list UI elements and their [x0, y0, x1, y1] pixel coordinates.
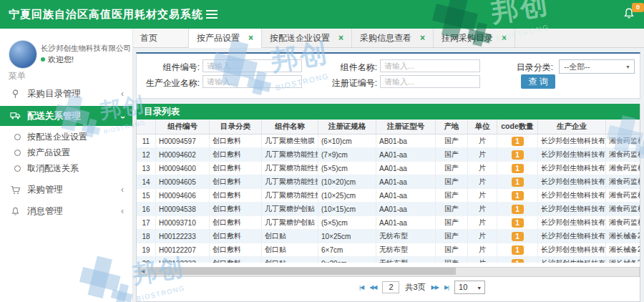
table-row[interactable]: 18H00122233创口敷料创口贴10×25cm无纺布型国产片1长沙邦创生物科… [137, 230, 640, 243]
cell-no: 17 [137, 216, 156, 230]
component-code-input[interactable] [203, 59, 302, 72]
table-row[interactable]: 14H00094605创口敷料几丁聚糖功能性护(10×20)cmAA01-aa国… [137, 175, 640, 189]
cell-category: 创口敷料 [210, 175, 262, 189]
notification-bell-icon[interactable]: 0 [623, 7, 638, 23]
close-icon[interactable]: × [420, 33, 425, 43]
table-row[interactable]: 19H00122207创口敷料创口贴6×7cm无纺布型国产片1长沙邦创生物科技有… [137, 243, 640, 257]
prev-page-button[interactable]: ◀◀ [369, 284, 376, 291]
cell-code: H00093710 [156, 216, 210, 230]
manufacturer-name-input[interactable] [203, 75, 302, 88]
chevron-down-icon: ▼ [477, 282, 482, 294]
cell-origin: 国产 [436, 230, 468, 243]
cell-unit: 片 [468, 216, 497, 230]
code-count-badge: 1 [512, 259, 524, 263]
reg-cert-no-label: 注册证编号: [308, 77, 377, 89]
current-page-input[interactable]: 2 [382, 281, 399, 293]
cell-name: 创口贴 [262, 243, 318, 257]
close-icon[interactable]: × [338, 33, 343, 43]
cell-model: AA01-aa [376, 148, 436, 162]
tab-home[interactable]: 首页 [132, 29, 189, 47]
sidebar-subitem-by-product[interactable]: 按产品设置 [0, 145, 132, 160]
cell-category: 创口敷料 [210, 230, 262, 243]
manufacturer-name-label: 生产企业名称: [137, 77, 200, 89]
page-size-select[interactable]: 10 ▼ [454, 281, 485, 294]
sidebar-subitem-by-delivery-company[interactable]: 按配送企业设置 [0, 129, 132, 145]
cell-category: 创口敷料 [210, 162, 262, 175]
cell-no: 16 [137, 203, 156, 216]
cell-manufacturer: 长沙邦创生物科技有限公司 [538, 203, 606, 216]
close-icon[interactable]: × [502, 33, 507, 43]
col-header: 目录分类 [210, 120, 262, 135]
cell-count: 1 [497, 216, 538, 230]
sidebar-item-delivery-relation[interactable]: 配送关系管理 ‹ [0, 106, 132, 126]
cell-unit: 片 [468, 257, 497, 263]
code-count-badge: 1 [512, 177, 524, 187]
code-count-badge: 1 [512, 245, 524, 255]
sidebar-subitem-label: 按产品设置 [27, 145, 70, 160]
sidebar-item-message-management[interactable]: 消息管理 ‹ [0, 202, 132, 221]
table-row[interactable]: 12H00094602创口敷料几丁聚糖功能性护(7×9)cmAA01-aa国产片… [137, 148, 640, 162]
table-row[interactable]: 11H00094597创口敷料几丁聚糖生物膜(6×10)cmAB01-ba国产片… [137, 135, 640, 148]
code-count-badge: 1 [512, 164, 524, 173]
hamburger-menu-icon[interactable] [206, 10, 218, 19]
chevron-down-icon: ▼ [625, 61, 630, 74]
cell-spec: (5×5)cm [318, 216, 376, 230]
col-header-index [137, 120, 156, 135]
close-icon[interactable]: × [248, 33, 253, 43]
cell-category: 创口敷料 [210, 243, 262, 257]
cell-no: 14 [137, 175, 156, 189]
cell-origin: 国产 [436, 243, 468, 257]
cell-reg_no: 湘长械备20180049 [606, 230, 640, 243]
bell-icon [10, 206, 21, 217]
cell-category: 创口敷料 [210, 257, 262, 263]
table-row[interactable]: 17H00093710创口敷料几丁聚糖护创贴（(5×5)cmAA01-aa国产片… [137, 216, 640, 230]
code-count-badge: 1 [512, 205, 524, 214]
reg-cert-no-input[interactable] [380, 75, 480, 88]
cell-spec: (5×5)cm [318, 162, 376, 175]
sidebar-item-label: 配送关系管理 [27, 106, 81, 126]
welcome-text: 欢迎您! [41, 54, 74, 65]
table-row[interactable]: 15H00094606创口敷料几丁聚糖功能性护(10×25)cmAA01-aa国… [137, 189, 640, 203]
code-count-badge: 1 [512, 150, 524, 160]
cell-reg_no: 湘食药监械（准）字2014 [606, 135, 640, 148]
sidebar-item-label: 消息管理 [27, 202, 63, 221]
cell-origin: 国产 [436, 203, 468, 216]
table-row[interactable]: 13H00094600创口敷料几丁聚糖功能性护(5×5)cmAA01-aa国产片… [137, 162, 640, 175]
tab-bar: 首页 按产品设置× 按配送企业设置× 采购信息查看× 挂网采购目录× [132, 29, 644, 48]
cell-reg_no: 湘食药监械（准）字2014 [606, 162, 640, 175]
tab-listed-purchase-catalog[interactable]: 挂网采购目录× [434, 29, 515, 47]
cell-count: 1 [497, 257, 538, 263]
cell-spec: (10×15)cm [318, 203, 376, 216]
cell-unit: 片 [468, 175, 497, 189]
cell-count: 1 [497, 189, 538, 203]
cell-origin: 国产 [436, 257, 468, 263]
first-page-button[interactable]: |◀ [359, 284, 364, 291]
last-page-button[interactable]: ▶| [444, 284, 449, 291]
cell-code: H00094600 [156, 162, 210, 175]
catalog-table: 组件编号目录分类组件名称注册证规格注册证型号产地单位code数量生产企业注册证编… [137, 120, 640, 263]
sidebar-subitem-cancel-delivery[interactable]: 取消配送关系 [0, 160, 132, 176]
sidebar-item-catalog-management[interactable]: 采购目录管理 ‹ [0, 84, 132, 104]
cell-unit: 片 [468, 230, 497, 243]
cell-name: 创口贴 [262, 230, 318, 243]
table-row[interactable]: 20H00122232创口敷料创口贴9×20cm无纺布型国产片1长沙邦创生物科技… [137, 257, 640, 263]
scrollbar-thumb[interactable] [148, 268, 456, 275]
query-button[interactable]: 查 询 [521, 74, 555, 89]
catalog-category-select[interactable]: --全部-- ▼ [559, 59, 635, 74]
next-page-button[interactable]: ▶▶ [431, 284, 439, 291]
shopping-cart-icon [10, 185, 21, 195]
tab-purchase-info-view[interactable]: 采购信息查看× [352, 29, 434, 47]
cell-reg_no: 湘长械备20180049 [606, 243, 640, 257]
component-name-input[interactable] [380, 59, 480, 72]
cell-model: 无纺布型 [376, 243, 436, 257]
cell-reg_no: 湘食药监械（准）字2014 [606, 203, 640, 216]
avatar[interactable] [9, 40, 37, 69]
tab-by-product-setting[interactable]: 按产品设置× [189, 29, 262, 48]
scroll-left-arrow-icon[interactable]: ◀ [138, 268, 147, 275]
horizontal-scrollbar[interactable]: ◀ [137, 267, 640, 277]
tab-by-delivery-company-setting[interactable]: 按配送企业设置× [262, 29, 352, 47]
table-row[interactable]: 16H00094538创口敷料几丁聚糖护创贴（(10×15)cmAA01-aa国… [137, 203, 640, 216]
sidebar-item-purchase-management[interactable]: 采购管理 ‹ [0, 180, 132, 200]
col-header: 组件名称 [262, 120, 318, 135]
catalog-category-value: --全部-- [564, 62, 590, 71]
